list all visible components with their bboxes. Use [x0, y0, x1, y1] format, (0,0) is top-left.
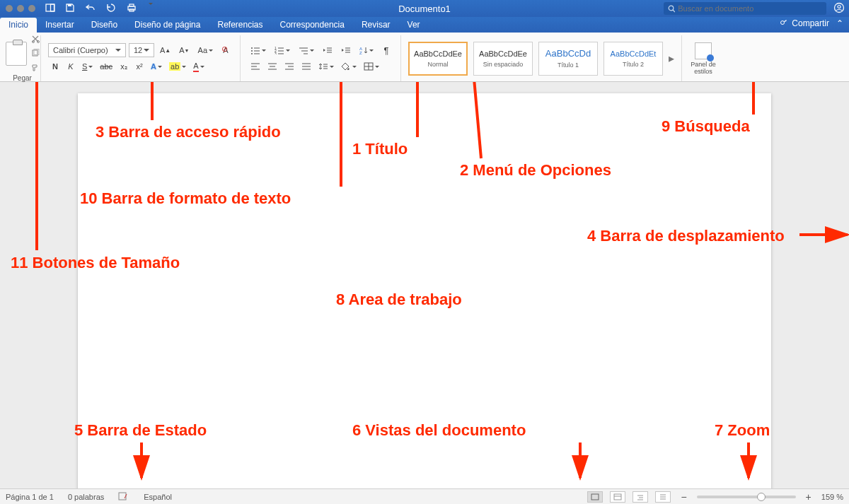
print-icon[interactable]	[126, 3, 137, 15]
change-case-button[interactable]: Aa	[195, 43, 216, 57]
status-spellcheck-icon[interactable]	[118, 492, 129, 502]
document-page[interactable]	[78, 93, 771, 488]
close-window-icon[interactable]	[6, 5, 13, 12]
font-color-button[interactable]: A	[190, 59, 207, 74]
align-left-button[interactable]	[248, 59, 263, 74]
share-button[interactable]: Compartir ⌃	[779, 18, 843, 28]
save-icon[interactable]	[65, 3, 75, 15]
shading-button[interactable]	[338, 59, 359, 74]
style-heading2[interactable]: AaBbCcDdEtTítulo 2	[603, 42, 663, 76]
underline-button[interactable]: S	[79, 59, 96, 74]
justify-button[interactable]	[299, 59, 314, 74]
status-bar: Página 1 de 1 0 palabras Español − + 159…	[0, 488, 849, 504]
font-size-select[interactable]: 12	[129, 43, 154, 57]
svg-point-19	[251, 53, 253, 54]
strike-button[interactable]: abc	[97, 59, 115, 74]
autosave-icon[interactable]	[45, 3, 55, 15]
svg-point-9	[838, 5, 841, 8]
tab-correspondencia[interactable]: Correspondencia	[272, 18, 353, 33]
line-spacing-button[interactable]	[316, 59, 337, 74]
indent-increase-button[interactable]	[338, 43, 354, 57]
share-label: Compartir	[792, 18, 829, 28]
bullets-button[interactable]	[248, 43, 269, 57]
multilevel-button[interactable]	[296, 43, 317, 57]
svg-line-7	[673, 10, 675, 12]
status-words[interactable]: 0 palabras	[68, 493, 104, 501]
svg-rect-67	[591, 494, 599, 500]
font-name-select[interactable]: Calibri (Cuerpo)	[48, 43, 126, 57]
styles-pane-icon	[695, 42, 712, 59]
paste-icon[interactable]	[6, 42, 27, 66]
svg-rect-2	[68, 4, 71, 6]
svg-point-15	[251, 47, 253, 49]
styles-pane-label: Panel de estilos	[689, 61, 717, 75]
view-draft-button[interactable]	[655, 491, 671, 503]
zoom-value[interactable]: 159 %	[821, 493, 843, 501]
svg-rect-66	[119, 493, 126, 500]
style-no-spacing[interactable]: AaBbCcDdEeSin espaciado	[473, 42, 533, 76]
svg-point-17	[251, 50, 253, 52]
search-input[interactable]	[678, 4, 822, 13]
align-right-button[interactable]	[282, 59, 297, 74]
format-painter-icon[interactable]	[31, 63, 40, 73]
superscript-button[interactable]: x²	[132, 59, 146, 74]
clipboard-group: Pegar	[4, 35, 41, 81]
repeat-icon[interactable]	[106, 3, 116, 15]
clear-format-button[interactable]: A⊘	[219, 43, 233, 57]
font-group: Calibri (Cuerpo) 12 A▲ A▼ Aa A⊘ N K S ab…	[41, 35, 241, 81]
tab-insertar[interactable]: Insertar	[37, 18, 83, 33]
status-page[interactable]: Página 1 de 1	[6, 493, 54, 501]
svg-point-10	[781, 21, 785, 25]
numbering-button[interactable]: 123	[272, 43, 293, 57]
tab-revisar[interactable]: Revisar	[353, 18, 399, 33]
view-print-layout-button[interactable]	[587, 491, 603, 503]
tab-inicio[interactable]: Inicio	[0, 18, 37, 33]
tab-diseno[interactable]: Diseño	[83, 18, 126, 33]
ribbon-tabs: Inicio Insertar Diseño Diseño de página …	[0, 17, 849, 33]
account-icon[interactable]	[833, 2, 845, 16]
zoom-slider[interactable]	[697, 496, 796, 498]
bold-button[interactable]: N	[48, 59, 62, 74]
indent-decrease-button[interactable]	[320, 43, 335, 57]
svg-rect-68	[614, 494, 621, 500]
tab-referencias[interactable]: Referencias	[209, 18, 271, 33]
tab-diseno-pagina[interactable]: Diseño de página	[126, 18, 209, 33]
show-marks-button[interactable]: ¶	[379, 43, 393, 57]
highlight-button[interactable]: ab	[166, 59, 189, 74]
search-box[interactable]	[664, 2, 826, 15]
maximize-window-icon[interactable]	[28, 5, 35, 12]
cut-icon[interactable]	[31, 35, 40, 45]
svg-rect-4	[129, 4, 134, 6]
styles-group: AaBbCcDdEeNormal AaBbCcDdEeSin espaciado…	[401, 35, 682, 81]
share-icon	[779, 18, 789, 28]
italic-button[interactable]: K	[64, 59, 78, 74]
zoom-out-button[interactable]: −	[678, 491, 689, 503]
style-heading1[interactable]: AaBbCcDdTítulo 1	[538, 42, 598, 76]
copy-icon[interactable]	[31, 49, 40, 59]
tab-ver[interactable]: Ver	[399, 18, 429, 33]
status-language[interactable]: Español	[144, 493, 172, 501]
svg-text:Z: Z	[359, 51, 362, 54]
svg-point-6	[669, 6, 674, 11]
align-center-button[interactable]	[265, 59, 280, 74]
minimize-window-icon[interactable]	[17, 5, 24, 12]
title-bar: Documento1	[0, 0, 849, 17]
grow-font-button[interactable]: A▲	[157, 43, 173, 57]
search-icon	[668, 5, 675, 13]
quick-access-toolbar	[45, 3, 153, 15]
styles-more-icon[interactable]: ▸	[669, 52, 674, 65]
style-normal[interactable]: AaBbCcDdEeNormal	[408, 42, 468, 76]
zoom-in-button[interactable]: +	[803, 491, 814, 503]
subscript-button[interactable]: x₂	[117, 59, 131, 74]
view-outline-button[interactable]	[633, 491, 648, 503]
text-effects-button[interactable]: A	[148, 59, 165, 74]
sort-button[interactable]: AZ	[357, 43, 376, 57]
styles-pane-button[interactable]: Panel de estilos	[682, 35, 724, 81]
svg-rect-1	[51, 4, 54, 11]
borders-button[interactable]	[361, 59, 382, 74]
shrink-font-button[interactable]: A▼	[176, 43, 192, 57]
view-web-layout-button[interactable]	[610, 491, 625, 503]
qat-customize-icon[interactable]	[147, 4, 153, 13]
undo-icon[interactable]	[85, 3, 96, 15]
document-title: Documento1	[398, 4, 451, 14]
